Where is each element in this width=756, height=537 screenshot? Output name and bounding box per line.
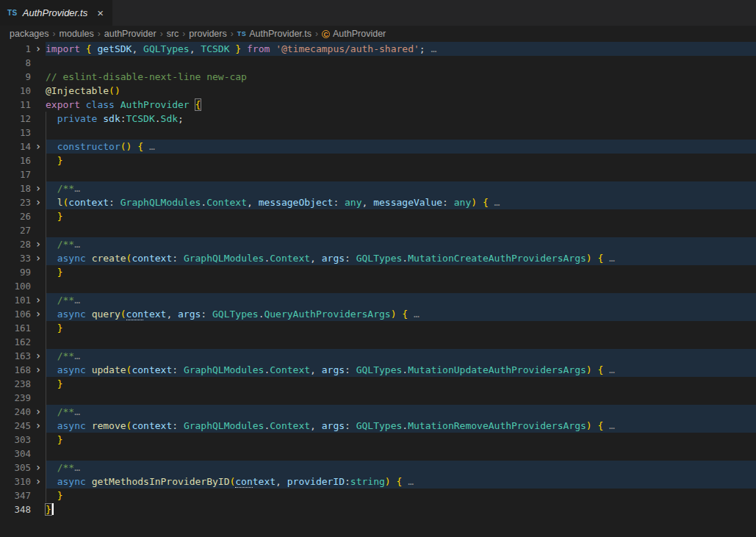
code-line[interactable]: /**… — [46, 181, 756, 195]
code-token: /** — [57, 462, 74, 473]
tab-bar: TS AuthProvider.ts × — [0, 0, 756, 26]
fold-chevron-icon[interactable]: › — [31, 181, 46, 195]
code-token: … — [425, 43, 437, 54]
code-token: args — [322, 364, 345, 375]
code-line[interactable]: async update(context: GraphQLModules.Con… — [46, 363, 756, 377]
code-token: : — [345, 420, 356, 431]
breadcrumb-item-packages[interactable]: packages — [10, 29, 49, 39]
code-token — [46, 462, 57, 473]
fold-chevron-icon[interactable]: › — [31, 405, 46, 419]
fold-chevron-icon[interactable]: › — [31, 42, 46, 56]
code-token: ; — [178, 113, 184, 124]
code-line[interactable]: // eslint-disable-next-line new-cap — [46, 70, 756, 84]
code-token: create — [92, 253, 126, 264]
fold-chevron-icon[interactable]: › — [31, 363, 46, 377]
code-token: } — [57, 211, 63, 222]
code-line[interactable] — [46, 56, 756, 70]
code-token: MutationUpdateAuthProvidersArgs — [408, 364, 586, 375]
fold-chevron-icon[interactable]: › — [31, 237, 46, 251]
code-token: … — [74, 183, 80, 194]
code-line[interactable]: async getMethodsInProviderByID(context, … — [46, 475, 756, 489]
code-line[interactable]: /**… — [46, 405, 756, 419]
code-line[interactable]: } — [46, 433, 756, 447]
code-line[interactable]: } — [46, 489, 756, 502]
line-number: 8 — [0, 56, 31, 70]
fold-chevron-icon[interactable]: › — [31, 419, 46, 433]
code-token: providerID — [287, 476, 345, 487]
code-line[interactable]: /**… — [46, 461, 756, 475]
code-token: /** — [57, 239, 74, 250]
chevron-separator-icon: › — [315, 29, 318, 39]
code-line[interactable]: private sdk:TCSDK.Sdk; — [46, 112, 756, 126]
code-token: { — [137, 141, 143, 152]
code-token: … — [74, 462, 80, 473]
breadcrumb-item-src[interactable]: src — [167, 29, 179, 39]
breadcrumb-item-modules[interactable]: modules — [60, 29, 94, 39]
breadcrumb-item-providers[interactable]: providers — [189, 29, 226, 39]
tab-authprovider[interactable]: TS AuthProvider.ts × — [0, 0, 112, 26]
code-line[interactable] — [46, 447, 756, 461]
chevron-separator-icon: › — [160, 29, 163, 39]
breadcrumb-item-authprovider-ts[interactable]: TSAuthProvider.ts — [237, 29, 312, 39]
code-line[interactable]: import { getSDK, GQLTypes, TCSDK } from … — [46, 42, 756, 56]
class-symbol-icon: C — [322, 30, 330, 38]
code-line[interactable]: export class AuthProvider { — [46, 98, 756, 112]
code-token: GQLTypes — [356, 364, 403, 375]
close-icon[interactable]: × — [97, 7, 104, 18]
code-line[interactable] — [46, 335, 756, 349]
code-token: TCSDK — [201, 43, 235, 54]
fold-chevron-icon[interactable]: › — [31, 461, 46, 475]
code-row-line-33: 33› async create(context: GraphQLModules… — [0, 251, 756, 265]
editor-empty-area[interactable] — [0, 516, 756, 537]
fold-spacer — [31, 377, 46, 391]
fold-chevron-icon[interactable]: › — [31, 307, 46, 321]
code-line[interactable] — [46, 279, 756, 293]
code-line[interactable]: /**… — [46, 349, 756, 363]
code-line[interactable]: async query(context, args: GQLTypes.Quer… — [46, 307, 756, 321]
code-line[interactable]: constructor() { … — [46, 140, 756, 154]
fold-chevron-icon[interactable]: › — [31, 140, 46, 154]
breadcrumb-item-authprovider[interactable]: authProvider — [104, 29, 156, 39]
fold-chevron-icon[interactable]: › — [31, 251, 46, 265]
line-number: 26 — [0, 209, 31, 223]
code-token: query — [92, 309, 120, 320]
code-line[interactable]: /**… — [46, 237, 756, 251]
code-line[interactable]: } — [46, 502, 756, 516]
breadcrumb-item-authprovider[interactable]: CAuthProvider — [322, 29, 386, 39]
line-number: 310 — [0, 475, 31, 489]
breadcrumb-label: packages — [10, 29, 49, 39]
code-line[interactable]: async create(context: GraphQLModules.Con… — [46, 251, 756, 265]
fold-chevron-icon[interactable]: › — [31, 195, 46, 209]
code-line[interactable] — [46, 126, 756, 140]
code-line[interactable] — [46, 223, 756, 237]
code-token — [86, 420, 92, 431]
code-line[interactable] — [46, 167, 756, 181]
code-token: args — [178, 309, 201, 320]
code-line[interactable]: l(context: GraphQLModules.Context, messa… — [46, 195, 756, 209]
code-token: private — [57, 113, 98, 124]
code-line[interactable]: } — [46, 154, 756, 167]
code-line[interactable]: } — [46, 377, 756, 391]
code-line[interactable]: } — [46, 321, 756, 335]
ts-file-icon: TS — [237, 30, 247, 37]
code-token: … — [603, 253, 615, 264]
line-number: 1 — [0, 42, 31, 56]
code-line[interactable]: } — [46, 265, 756, 279]
code-line[interactable] — [46, 391, 756, 405]
fold-chevron-icon[interactable]: › — [31, 293, 46, 307]
chevron-separator-icon: › — [98, 29, 101, 39]
code-line[interactable]: async remove(context: GraphQLModules.Con… — [46, 419, 756, 433]
code-token: : — [172, 420, 184, 431]
code-token: update — [92, 364, 126, 375]
fold-chevron-icon[interactable]: › — [31, 349, 46, 363]
line-number: 33 — [0, 251, 31, 265]
code-token — [86, 364, 92, 375]
code-line[interactable]: @Injectable() — [46, 84, 756, 98]
code-line[interactable]: } — [46, 209, 756, 223]
line-number: 11 — [0, 98, 31, 112]
breadcrumb-label: providers — [189, 29, 226, 39]
fold-spacer — [31, 433, 46, 447]
fold-spacer — [31, 98, 46, 112]
fold-chevron-icon[interactable]: › — [31, 475, 46, 489]
code-line[interactable]: /**… — [46, 293, 756, 307]
